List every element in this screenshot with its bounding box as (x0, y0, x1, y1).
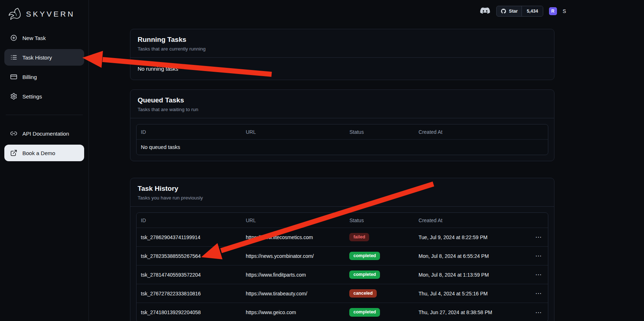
avatar[interactable]: R (549, 7, 557, 15)
status-badge: completed (349, 271, 380, 279)
sidebar-item-label: Book a Demo (22, 150, 55, 156)
queued-tasks-empty: No queued tasks (137, 140, 548, 155)
running-tasks-empty: No running tasks (130, 58, 554, 80)
cell-created-at: Thu, Jun 27, 2024 at 8:38:58 PM (419, 309, 492, 315)
book-a-demo-button[interactable]: Book a Demo (4, 145, 84, 161)
row-actions-button[interactable]: ⋯ (533, 290, 544, 297)
status-badge: failed (349, 233, 369, 242)
cell-url: https://www.geico.com (241, 309, 345, 315)
external-link-icon (10, 149, 17, 157)
row-actions-button[interactable]: ⋯ (533, 233, 544, 241)
column-header-id: ID (137, 217, 241, 223)
github-star-label: Star (509, 9, 518, 14)
cell-created-at: Thu, Jul 4, 2024 at 5:25:16 PM (419, 291, 488, 296)
table-row[interactable]: tsk_276727822333810816 https://www.tirab… (137, 284, 548, 303)
table-row[interactable]: tsk_274180139292204058 https://www.geico… (137, 303, 548, 321)
sidebar-item-label: New Task (22, 35, 46, 41)
card-title: Queued Tasks (138, 96, 547, 104)
row-actions-button[interactable]: ⋯ (533, 309, 544, 316)
queued-tasks-header: Queued Tasks Tasks that are waiting to r… (130, 90, 554, 118)
card-subtitle: Tasks you have run previously (138, 195, 547, 201)
card-title: Running Tasks (138, 36, 547, 44)
sidebar-item-settings[interactable]: Settings (4, 88, 84, 105)
cell-id: tsk_276727822333810816 (137, 291, 241, 296)
github-star-button[interactable]: Star 5,434 (496, 6, 543, 17)
column-header-url: URL (241, 217, 345, 223)
cell-url: https://www.tirabeauty.com/ (241, 291, 345, 296)
cell-url: https://www.finditparts.com (241, 272, 345, 278)
cell-url: https://www.litecosmetics.com (241, 234, 345, 240)
card-title: Task History (138, 185, 547, 193)
github-icon (501, 8, 506, 14)
sidebar-item-api-documentation[interactable]: API Documentation (4, 125, 84, 142)
user-name-partial: S (563, 8, 566, 14)
discord-icon (480, 7, 490, 16)
status-badge: completed (349, 252, 380, 260)
cell-created-at: Mon, Jul 8, 2024 at 1:13:59 PM (419, 272, 489, 278)
sidebar: SKYVERN New Task Task History (0, 0, 89, 321)
task-history-header: Task History Tasks you have run previous… (130, 178, 554, 207)
cell-id: tsk_274180139292204058 (137, 309, 241, 315)
sidebar-item-label: API Documentation (22, 131, 69, 137)
discord-button[interactable] (480, 7, 490, 16)
sidebar-item-label: Settings (22, 93, 42, 100)
sidebar-nav: New Task Task History Billing (4, 30, 84, 161)
row-actions-button[interactable]: ⋯ (533, 252, 544, 260)
row-actions-button[interactable]: ⋯ (533, 271, 544, 278)
cell-id: tsk_278147405593572204 (137, 272, 241, 278)
status-badge: completed (349, 308, 380, 317)
task-history-table: ID URL Status Created At tsk_27862904374… (136, 212, 548, 321)
gear-icon (10, 93, 17, 100)
cell-id: tsk_278235388555267564 (137, 253, 241, 259)
sidebar-divider (6, 115, 83, 115)
table-row[interactable]: tsk_278629043741199914 https://www.litec… (137, 228, 548, 247)
github-star-count: 5,434 (527, 9, 538, 14)
task-history-card: Task History Tasks you have run previous… (130, 178, 554, 321)
sidebar-item-label: Task History (22, 54, 52, 61)
cell-created-at: Mon, Jul 8, 2024 at 6:55:24 PM (419, 253, 489, 259)
plus-circle-icon (10, 34, 17, 41)
column-header-status: Status (345, 129, 414, 135)
status-badge: canceled (349, 289, 377, 298)
cell-url: https://news.ycombinator.com/ (241, 253, 345, 259)
queued-tasks-card: Queued Tasks Tasks that are waiting to r… (130, 89, 554, 161)
card-subtitle: Tasks that are currently running (138, 46, 547, 52)
column-header-status: Status (345, 217, 414, 223)
sidebar-item-label: Billing (22, 74, 37, 80)
table-header-row: ID URL Status Created At (137, 124, 548, 140)
cell-created-at: Tue, Jul 9, 2024 at 8:22:59 PM (419, 234, 488, 240)
avatar-initial: R (551, 9, 554, 14)
column-header-created-at: Created At (414, 217, 548, 223)
column-header-created-at: Created At (414, 129, 548, 135)
brand: SKYVERN (4, 4, 84, 30)
running-tasks-card: Running Tasks Tasks that are currently r… (130, 29, 554, 80)
credit-card-icon (10, 73, 17, 80)
list-icon (10, 54, 17, 61)
cell-id: tsk_278629043741199914 (137, 234, 241, 240)
link-icon (10, 130, 17, 137)
brand-name: SKYVERN (26, 10, 75, 18)
column-header-url: URL (241, 129, 345, 135)
queued-tasks-table: ID URL Status Created At No queued tasks (136, 124, 548, 155)
sidebar-item-task-history[interactable]: Task History (4, 49, 84, 66)
table-row[interactable]: tsk_278235388555267564 https://news.ycom… (137, 247, 548, 265)
table-row[interactable]: tsk_278147405593572204 https://www.findi… (137, 265, 548, 284)
card-subtitle: Tasks that are waiting to run (138, 107, 547, 112)
running-tasks-header: Running Tasks Tasks that are currently r… (130, 29, 554, 58)
main-content: Running Tasks Tasks that are currently r… (89, 0, 644, 321)
sidebar-item-new-task[interactable]: New Task (4, 30, 84, 46)
column-header-id: ID (137, 129, 241, 135)
sidebar-item-billing[interactable]: Billing (4, 69, 84, 85)
table-header-row: ID URL Status Created At (137, 213, 548, 228)
top-bar: Star 5,434 R S (480, 6, 566, 17)
skyvern-logo-icon (7, 7, 22, 21)
